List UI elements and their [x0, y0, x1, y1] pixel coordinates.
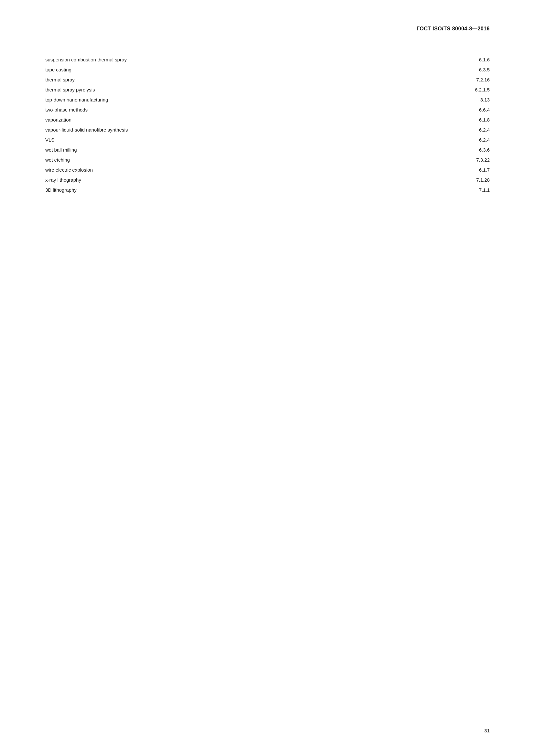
- index-term: vaporization: [45, 117, 451, 122]
- index-ref: 7.3.22: [451, 157, 490, 163]
- table-row: wire electric explosion6.1.7: [45, 165, 490, 175]
- index-ref: 6.1.7: [451, 167, 490, 173]
- table-row: wet ball milling6.3.6: [45, 145, 490, 155]
- index-ref: 6.3.5: [451, 67, 490, 72]
- index-ref: 6.6.4: [451, 107, 490, 113]
- index-term: tape casting: [45, 67, 451, 72]
- index-ref: 6.2.4: [451, 127, 490, 132]
- table-row: wet etching7.3.22: [45, 155, 490, 165]
- table-row: thermal spray7.2.16: [45, 75, 490, 85]
- table-row: vaporization6.1.8: [45, 115, 490, 125]
- page: ГОСТ ISO/TS 80004-8—2016 suspension comb…: [0, 0, 535, 756]
- table-row: tape casting6.3.5: [45, 65, 490, 75]
- index-ref: 7.2.16: [451, 77, 490, 82]
- table-row: suspension combustion thermal spray6.1.6: [45, 55, 490, 65]
- index-ref: 6.3.6: [451, 147, 490, 152]
- index-term: wire electric explosion: [45, 167, 451, 173]
- table-row: VLS6.2.4: [45, 135, 490, 145]
- index-term: suspension combustion thermal spray: [45, 57, 451, 62]
- index-term: top-down nanomanufacturing: [45, 97, 451, 102]
- index-term: thermal spray: [45, 77, 451, 82]
- index-ref: 7.1.1: [451, 187, 490, 193]
- index-table: suspension combustion thermal spray6.1.6…: [45, 55, 490, 195]
- table-row: top-down nanomanufacturing3.13: [45, 95, 490, 105]
- table-row: two-phase methods6.6.4: [45, 105, 490, 115]
- index-ref: 6.1.6: [451, 57, 490, 62]
- index-term: wet etching: [45, 157, 451, 163]
- index-term: two-phase methods: [45, 107, 451, 113]
- table-row: vapour-liquid-solid nanofibre synthesis6…: [45, 125, 490, 135]
- document-title: ГОСТ ISO/TS 80004-8—2016: [417, 26, 490, 32]
- index-ref: 6.2.1.5: [451, 87, 490, 93]
- index-ref: 6.1.8: [451, 117, 490, 122]
- index-ref: 6.2.4: [451, 137, 490, 143]
- page-number: 31: [484, 728, 490, 733]
- index-term: thermal spray pyrolysis: [45, 87, 451, 93]
- index-term: VLS: [45, 137, 451, 143]
- table-row: 3D lithography7.1.1: [45, 185, 490, 195]
- index-ref: 7.1.28: [451, 177, 490, 183]
- table-row: thermal spray pyrolysis6.2.1.5: [45, 85, 490, 95]
- index-ref: 3.13: [451, 97, 490, 102]
- index-term: wet ball milling: [45, 147, 451, 152]
- page-header: ГОСТ ISO/TS 80004-8—2016: [45, 26, 490, 35]
- index-term: x-ray lithography: [45, 177, 451, 183]
- index-term: 3D lithography: [45, 187, 451, 193]
- table-row: x-ray lithography7.1.28: [45, 175, 490, 185]
- index-term: vapour-liquid-solid nanofibre synthesis: [45, 127, 451, 132]
